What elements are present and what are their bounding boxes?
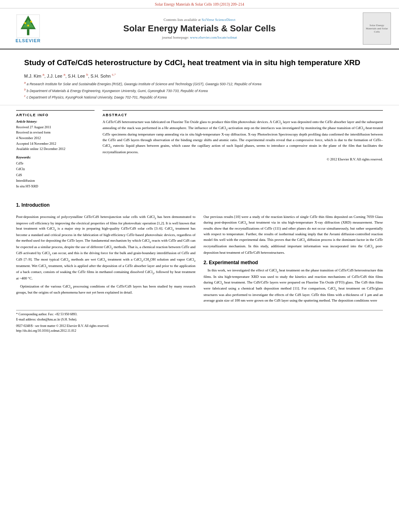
footnote-star: * Corresponding author. Fax: +82 53 950 … (16, 312, 383, 317)
main-body: 1. Introduction (0, 194, 399, 214)
keyword-4: In situ HT-XRD (16, 183, 95, 189)
history-item-2: 4 November 2012 (16, 136, 95, 141)
affiliation-b-text: b Department of Materials & Energy Engin… (27, 88, 208, 92)
body-col2-para1: Our previous results [10] were a study o… (204, 214, 383, 256)
history-item-4: Available online 12 December 2012 (16, 146, 95, 152)
elsevier-logo: ELSEVIER (8, 14, 48, 43)
history-item-1: Received in revised form (16, 130, 95, 136)
history-item-0: Received 27 August 2011 (16, 125, 95, 130)
homepage-line: journal homepage: www.elsevier.com/locat… (48, 35, 351, 39)
abstract-box: ABSTRACT A CdTe/CdS heterostructure was … (103, 110, 383, 162)
doi-link[interactable]: http://dx.doi.org/10.1016/j.solmat.2012.… (16, 329, 76, 333)
keyword-3: Interdiffusion (16, 178, 95, 183)
journal-title: Solar Energy Materials & Solar Cells (48, 23, 351, 34)
affil-a-sup: a (43, 73, 44, 76)
authors-line: M.J. Kim a, J.J. Lee a, S.H. Lee b, S.H.… (24, 73, 375, 78)
copyright-footer: 0927-0248/$ - see front matter © 2012 El… (0, 322, 399, 337)
journal-citation-bar: Solar Energy Materials & Solar Cells 109… (0, 0, 399, 8)
body-col-right: Our previous results [10] were a study o… (204, 214, 383, 306)
article-title: Study of CdTe/CdS heterostructure by CdC… (24, 58, 375, 69)
body-col-left: Post-deposition processing of polycrysta… (16, 214, 195, 306)
contents-available-line: Contents lists available at SciVerse Sci… (48, 18, 351, 22)
abstract-heading: ABSTRACT (103, 113, 383, 117)
svg-rect-2 (27, 29, 29, 35)
affiliation-a-text: a Research Institute for Solar and Susta… (27, 82, 261, 86)
footer-issn: 0927-0248/$ - see front matter © 2012 El… (16, 324, 383, 329)
keywords-label: Keywords: (16, 155, 95, 159)
article-info-column: ARTICLE INFO Article history: Received 2… (16, 110, 95, 189)
footer-doi: http://dx.doi.org/10.1016/j.solmat.2012.… (16, 329, 383, 333)
affiliation-c-text: c Department of Physics, KyungPook Natio… (27, 95, 167, 99)
affiliation-b: b b Department of Materials & Energy Eng… (24, 88, 375, 94)
abstract-copyright: © 2012 Elsevier B.V. All rights reserved… (103, 157, 383, 161)
section2-heading: 2. Experimental method (204, 259, 383, 267)
footnote-email-text: E-mail address: slsohn@knu.ac.kr (S.H. S… (16, 318, 77, 321)
elsevier-text: ELSEVIER (16, 38, 41, 43)
elsevier-logo-container: ELSEVIER (8, 14, 48, 43)
journal-header: ELSEVIER Contents lists available at Sci… (0, 8, 399, 49)
article-history-label: Article history: (16, 119, 95, 123)
body-col2-para2: In this work, we investigated the effect… (204, 268, 383, 304)
journal-thumbnail: Solar Energy Materials and Solar Cells (363, 12, 391, 45)
footnote-email: E-mail address: slsohn@knu.ac.kr (S.H. S… (16, 317, 383, 322)
journal-center-info: Contents lists available at SciVerse Sci… (48, 18, 351, 39)
elsevier-tree-icon (16, 14, 40, 38)
affil-c-sup: c,* (112, 73, 115, 76)
article-title-section: Study of CdTe/CdS heterostructure by CdC… (0, 49, 399, 105)
sciverse-text: SciVerse ScienceDirect (202, 18, 235, 22)
history-item-3: Accepted 14 November 2012 (16, 141, 95, 147)
affil-a2-sup: a (64, 73, 65, 76)
sciverse-link[interactable]: SciVerse ScienceDirect (202, 18, 235, 22)
homepage-url: www.elsevier.com/locate/solmat (190, 35, 237, 39)
journal-thumb-text: Solar Energy Materials and Solar Cells (363, 22, 391, 35)
section1-heading: 1. Introduction (16, 202, 383, 208)
contents-text: Contents lists available at (164, 18, 201, 22)
affiliation-a: a a Research Institute for Solar and Sus… (24, 81, 375, 87)
keyword-1: CdCl₂ (16, 166, 95, 172)
body-two-col: Post-deposition processing of polycrysta… (0, 214, 399, 306)
keyword-2: CdS (16, 172, 95, 178)
affiliation-c: c c Department of Physics, KyungPook Nat… (24, 94, 375, 100)
journal-citation-text: Solar Energy Materials & Solar Cells 109… (155, 2, 244, 6)
abstract-column: ABSTRACT A CdTe/CdS heterostructure was … (103, 110, 383, 189)
footnote-star-text: * Corresponding author. Fax: +82 53 950 … (16, 312, 77, 316)
affiliations: a a Research Institute for Solar and Sus… (24, 81, 375, 100)
abstract-text: A CdTe/CdS heterostructure was fabricate… (103, 119, 383, 155)
svg-point-5 (24, 22, 26, 24)
info-abstract-section: ARTICLE INFO Article history: Received 2… (0, 105, 399, 194)
homepage-link[interactable]: www.elsevier.com/locate/solmat (190, 35, 237, 39)
footnote-area: * Corresponding author. Fax: +82 53 950 … (16, 310, 383, 322)
journal-thumbnail-container: Solar Energy Materials and Solar Cells (351, 12, 391, 45)
article-info-box: ARTICLE INFO Article history: Received 2… (16, 110, 95, 189)
svg-point-7 (27, 25, 29, 27)
article-info-heading: ARTICLE INFO (16, 113, 95, 117)
body-col1-para1: Post-deposition processing of polycrysta… (16, 214, 195, 281)
homepage-text: journal homepage: (162, 35, 189, 39)
affil-b-sup: b (86, 73, 88, 76)
keyword-0: CdTe (16, 160, 95, 166)
doi-text: http://dx.doi.org/10.1016/j.solmat.2012.… (16, 329, 76, 333)
svg-point-6 (30, 21, 32, 23)
body-col1-para2: Optimization of the various CdCl2 proces… (16, 284, 195, 296)
